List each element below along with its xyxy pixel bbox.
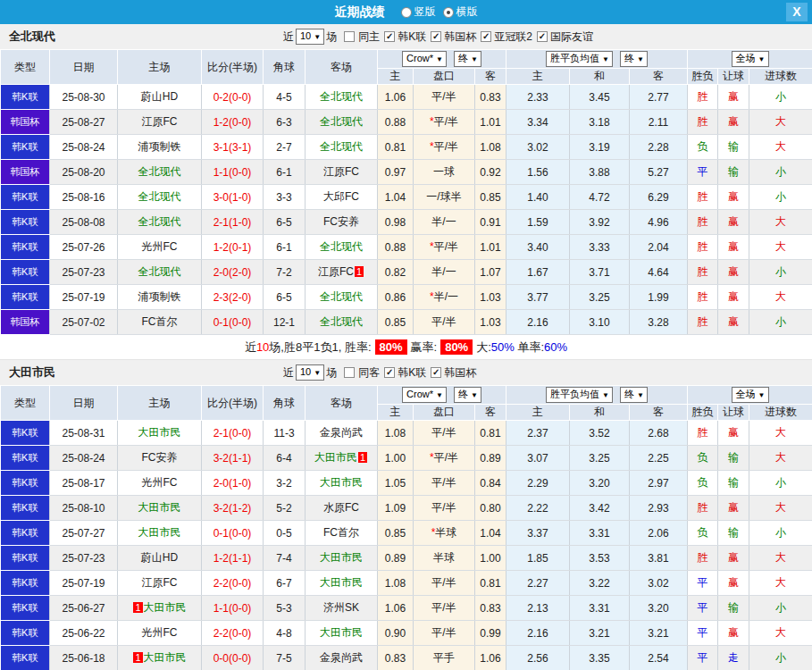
league-type: 韩K联 [1,496,50,521]
home-team: 光州FC [118,235,202,260]
final-odds-select-2[interactable]: 终▼ [620,387,648,403]
odds-away: 1.01 [475,110,506,135]
corners: 6-5 [264,210,306,235]
avg-draw: 3.88 [570,160,630,185]
col-home: 主场 [118,50,202,85]
bookmaker-select[interactable]: Crow*▼ [402,387,447,403]
league-type: 韩K联 [1,546,50,571]
bookmaker-select[interactable]: Crow*▼ [402,51,447,67]
rank-badge: 1 [133,652,142,663]
handicap-result: 输 [718,596,749,621]
match-date: 25-07-23 [50,546,118,571]
odds-away: 0.89 [475,446,506,471]
avg-draw: 3.22 [570,571,630,596]
same-venue-label: 同主 [358,29,380,45]
summary-segment: 近 [245,339,256,356]
match-table: 类型 日期 主场 比分(半场) 角球 客场 Crow*▼ 终▼ 胜平负均值▼ 终… [0,49,812,335]
avg-draw: 4.72 [570,185,630,210]
league-checkbox[interactable]: ✓ [431,31,441,42]
league-type: 韩K联 [1,85,50,110]
avg-draw: 3.21 [570,621,630,646]
avg-home: 1.85 [506,546,570,571]
league-checkbox[interactable]: ✓ [384,367,395,378]
match-row: 韩K联25-08-31大田市民2-1(0-0)11-3金泉尚武1.08平/半0.… [1,421,812,446]
league-checkbox[interactable]: ✓ [384,31,395,42]
league-filters: ✓韩K联✓韩国杯✓亚冠联2✓国际友谊 [381,29,595,45]
odds-home: 1.04 [378,185,414,210]
avg-away: 2.97 [630,471,688,496]
games-label: 场 [326,365,337,381]
avg-home: 2.33 [506,85,570,110]
full-match-select[interactable]: 全场▼ [732,51,769,67]
avg-away: 3.02 [630,571,688,596]
avg-away: 3.28 [630,310,688,335]
odds-home: 0.97 [378,160,414,185]
away-team: 大田市民 [306,621,378,646]
odds-away: 0.92 [475,160,506,185]
radio-vertical[interactable] [401,7,412,18]
goals-result: 小 [749,310,812,335]
avg-draw: 3.71 [570,260,630,285]
full-match-select[interactable]: 全场▼ [732,387,769,403]
match-row: 韩K联25-06-271大田市民1-1(0-0)5-3济州SK1.06平/半0.… [1,596,812,621]
same-venue-checkbox[interactable] [344,367,355,378]
odds-home: 1.08 [378,571,414,596]
corners: 4-8 [264,621,306,646]
final-odds-select-2[interactable]: 终▼ [620,51,648,67]
league-label: 韩国杯 [444,29,476,45]
home-team: 大田市民 [118,521,202,546]
league-checkbox[interactable]: ✓ [431,367,441,378]
score: 1-2(0-0) [202,110,264,135]
odds-handicap: 平/半 [414,596,475,621]
goals-result: 小 [749,85,812,110]
goals-result: 大 [749,110,812,135]
col-away: 客场 [306,50,378,85]
score: 0-0(0-0) [202,646,264,670]
avg-draw: 3.25 [570,285,630,310]
close-icon[interactable]: X [786,3,808,21]
score: 0-1(0-0) [202,310,264,335]
col-home: 主场 [118,386,202,421]
odds-home: 0.90 [378,621,414,646]
home-team: 光州FC [118,471,202,496]
titlebar: 近期战绩 竖版 横版 X [0,0,812,24]
home-team: 江原FC [118,110,202,135]
odds-home: 1.05 [378,471,414,496]
final-odds-select-1[interactable]: 终▼ [454,387,481,403]
away-team: FC安养 [306,210,378,235]
subcol-0: 主 [378,405,414,421]
avg-odds-select[interactable]: 胜平负均值▼ [546,51,613,67]
match-row: 韩K联25-08-30蔚山HD0-2(0-0)4-5全北现代1.06平/半0.8… [1,85,812,110]
league-checkbox[interactable]: ✓ [537,31,548,42]
avg-home: 3.34 [506,110,570,135]
goals-result: 大 [749,546,812,571]
avg-away: 2.54 [630,646,688,670]
avg-odds-select[interactable]: 胜平负均值▼ [546,387,613,403]
handicap-result: 赢 [718,260,749,285]
match-row: 韩K联25-07-23全北现代2-0(2-0)7-2江原FC10.82半/一1.… [1,260,812,285]
avg-draw: 3.33 [570,235,630,260]
corners: 6-1 [264,235,306,260]
away-team: 大田市民1 [306,446,378,471]
recent-count-select[interactable]: 10▼ [296,29,324,45]
handicap-result: 赢 [718,621,749,646]
corners: 4-5 [264,85,306,110]
recent-count-select[interactable]: 10▼ [296,364,324,381]
handicap-result: 走 [718,646,749,670]
match-row: 韩K联25-08-08全北现代2-1(1-0)6-5FC安养0.98半/一0.9… [1,210,812,235]
avg-away: 2.06 [630,521,688,546]
odds-handicap: *平/半 [414,110,475,135]
odds-handicap: 平/半 [414,496,475,521]
result: 平 [688,621,718,646]
same-venue-checkbox[interactable] [344,31,355,42]
corners: 7-5 [264,646,306,670]
corners: 0-5 [264,521,306,546]
league-checkbox[interactable]: ✓ [481,31,491,42]
final-odds-select-1[interactable]: 终▼ [454,51,481,67]
radio-horizontal[interactable] [443,7,454,18]
avg-home: 1.40 [506,185,570,210]
odds-home: 0.88 [378,235,414,260]
avg-draw: 3.52 [570,421,630,446]
odds-handicap: 平/半 [414,571,475,596]
avg-draw: 3.20 [570,471,630,496]
